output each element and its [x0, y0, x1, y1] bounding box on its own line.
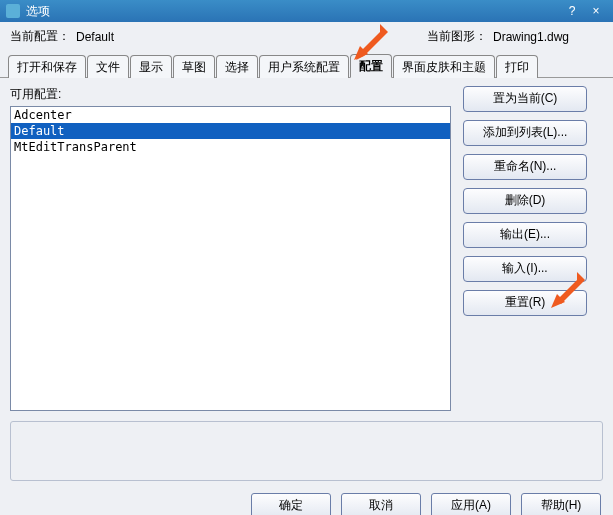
header-row: 当前配置： Default 当前图形： Drawing1.dwg	[0, 22, 613, 47]
list-item[interactable]: Adcenter	[11, 107, 450, 123]
tab-7[interactable]: 界面皮肤和主题	[393, 55, 495, 78]
rename-button[interactable]: 重命名(N)...	[463, 154, 587, 180]
current-drawing-value: Drawing1.dwg	[493, 30, 603, 44]
profiles-label: 可用配置:	[10, 86, 451, 103]
close-icon[interactable]: ×	[585, 3, 607, 19]
list-item[interactable]: Default	[11, 123, 450, 139]
tab-5[interactable]: 用户系统配置	[259, 55, 349, 78]
app-icon	[6, 4, 20, 18]
import-button[interactable]: 输入(I)...	[463, 256, 587, 282]
options-dialog: 选项 ? × 当前配置： Default 当前图形： Drawing1.dwg …	[0, 0, 613, 515]
apply-button[interactable]: 应用(A)	[431, 493, 511, 515]
tab-1[interactable]: 文件	[87, 55, 129, 78]
current-drawing-label: 当前图形：	[427, 28, 487, 45]
dialog-footer: 确定 取消 应用(A) 帮助(H)	[0, 487, 613, 515]
current-config-value: Default	[76, 30, 236, 44]
tab-8[interactable]: 打印	[496, 55, 538, 78]
current-config-label: 当前配置：	[10, 28, 70, 45]
help-button-titlebar[interactable]: ?	[561, 3, 583, 19]
tab-2[interactable]: 显示	[130, 55, 172, 78]
tab-0[interactable]: 打开和保存	[8, 55, 86, 78]
delete-button[interactable]: 删除(D)	[463, 188, 587, 214]
reset-button[interactable]: 重置(R)	[463, 290, 587, 316]
tab-3[interactable]: 草图	[173, 55, 215, 78]
ok-button[interactable]: 确定	[251, 493, 331, 515]
set-current-button[interactable]: 置为当前(C)	[463, 86, 587, 112]
tab-4[interactable]: 选择	[216, 55, 258, 78]
cancel-button[interactable]: 取消	[341, 493, 421, 515]
title-bar: 选项 ? ×	[0, 0, 613, 22]
tab-6[interactable]: 配置	[350, 54, 392, 78]
empty-group-box	[10, 421, 603, 481]
add-to-list-button[interactable]: 添加到列表(L)...	[463, 120, 587, 146]
window-title: 选项	[26, 3, 50, 20]
export-button[interactable]: 输出(E)...	[463, 222, 587, 248]
help-button[interactable]: 帮助(H)	[521, 493, 601, 515]
list-item[interactable]: MtEditTransParent	[11, 139, 450, 155]
profiles-listbox[interactable]: AdcenterDefaultMtEditTransParent	[10, 106, 451, 411]
tab-strip: 打开和保存文件显示草图选择用户系统配置配置界面皮肤和主题打印	[0, 47, 613, 78]
